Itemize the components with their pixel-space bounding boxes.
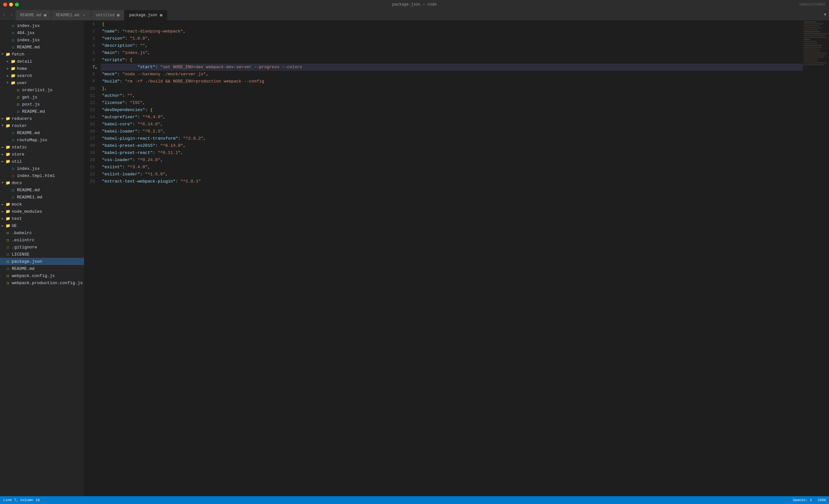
sidebar-item-index-util[interactable]: ◻ index.jsx (0, 165, 84, 172)
folder-icon-docs: 📁 (5, 180, 10, 185)
sidebar-item-readme-docs[interactable]: ◻ README.md (0, 186, 84, 193)
folder-icon-ue: 📁 (5, 223, 10, 228)
svg-rect-22 (804, 61, 817, 61)
file-icon-js: ◻ (5, 280, 10, 285)
arrow-spacer (10, 95, 15, 100)
svg-rect-6 (804, 31, 820, 32)
code-line-13: "devDependencies": { (101, 107, 803, 114)
sidebar-item-readme-user[interactable]: ◻ README.md (0, 108, 84, 115)
sidebar-item-label: webpack.config.js (12, 274, 55, 278)
sidebar-item-detail[interactable]: ▶ 📁 detail (0, 58, 84, 65)
sidebar-item-fetch[interactable]: ▶ 📁 fetch (0, 51, 84, 58)
code-line-20: "css-loader": "^0.24.0", (101, 156, 803, 164)
file-icon-gitignore: ◻ (5, 245, 10, 250)
sidebar-item-webpack-config[interactable]: ◻ webpack.config.js (0, 272, 84, 279)
svg-rect-8 (804, 33, 828, 34)
arrow-spacer (10, 102, 15, 107)
sidebar-item-eslintrc[interactable]: ◻ .eslintrc (0, 237, 84, 244)
file-icon-js: ◻ (5, 273, 10, 278)
folder-icon-router: 📁 (5, 123, 10, 128)
svg-rect-17 (804, 51, 820, 51)
code-line-12: "license": "ISC", (101, 99, 803, 107)
code-content[interactable]: { "name": "react-dianping-webpack", "ver… (101, 21, 803, 496)
arrow-spacer (0, 238, 5, 243)
sidebar-item-package-json[interactable]: ◻ package.json (0, 258, 84, 265)
sidebar-item-mock[interactable]: ▶ 📁 mock (0, 201, 84, 208)
code-line-14: "autoprefixer": "^6.4.0", (101, 114, 803, 121)
sidebar-item-label: 404.jsx (17, 31, 35, 35)
line-num-15: 15 (84, 121, 98, 128)
sidebar-item-gitignore[interactable]: ◻ .gitignore (0, 244, 84, 251)
sidebar-item-tmpl[interactable]: ◻ index.tmpl.html (0, 172, 84, 179)
tab-readme-label: README.md (20, 13, 41, 17)
sidebar-item-static[interactable]: ▶ 📁 static (0, 144, 84, 151)
sidebar-item-readme1-docs[interactable]: ◻ README1.md (0, 193, 84, 201)
tab-dropdown-button[interactable]: ▼ (821, 9, 829, 21)
code-line-7: » "start": "set NODE_ENV=dev webpack-dev… (101, 64, 803, 71)
file-icon-jsx: ◻ (10, 23, 15, 28)
sidebar-item-index-jsx-top[interactable]: ◻ index.jsx (0, 22, 84, 29)
sidebar-item-store[interactable]: ▶ 📁 store (0, 151, 84, 158)
titlebar: package.json — code UNREGISTERED (0, 0, 829, 9)
folder-arrow-home: ▶ (5, 66, 10, 71)
sidebar-item-router[interactable]: ▶ 📁 router (0, 122, 84, 129)
arrow-spacer (10, 87, 15, 93)
sidebar-item-readme-top[interactable]: ◻ README.md (0, 43, 84, 51)
tab-untitled[interactable]: untitled (91, 10, 125, 21)
line-num-14: 14 (84, 114, 98, 121)
svg-rect-2 (804, 23, 823, 24)
sidebar-item-orderlist[interactable]: ◻ orderlist.js (0, 86, 84, 94)
sidebar-item-label: docs (12, 181, 22, 185)
window-controls (3, 3, 19, 6)
sidebar-item-readme-router[interactable]: ◻ README.md (0, 129, 84, 136)
arrow-spacer (0, 259, 5, 264)
editor[interactable]: 1 2 3 4 5 6 7 8 9 10 11 12 13 14 15 16 1… (84, 21, 829, 496)
tab-readme[interactable]: README.md (15, 10, 51, 21)
sidebar-item-util[interactable]: ▶ 📁 util (0, 158, 84, 165)
sidebar-item-reducers[interactable]: ▶ 📁 reducers (0, 115, 84, 122)
svg-rect-16 (804, 49, 821, 50)
maximize-button[interactable] (15, 3, 19, 6)
code-line-11: "author": "", (101, 92, 803, 99)
arrow-spacer (5, 30, 10, 35)
minimize-button[interactable] (9, 3, 13, 6)
sidebar-item-test[interactable]: ▶ 📁 test (0, 215, 84, 222)
sidebar-item-post[interactable]: ◻ post.js (0, 101, 84, 108)
sidebar-item-label: README1.md (17, 195, 42, 200)
tab-packagejson[interactable]: package.json (124, 10, 167, 21)
tab-readme1[interactable]: README1.md ✕ (51, 10, 91, 21)
sidebar-item-label: test (12, 216, 22, 221)
close-button[interactable] (3, 3, 7, 6)
sidebar-item-user[interactable]: ▶ 📁 user (0, 79, 84, 86)
sidebar-item-ue[interactable]: ▶ 📁 UE (0, 222, 84, 229)
arrow-spacer (5, 187, 10, 192)
sidebar-item-docs[interactable]: ▶ 📁 docs (0, 179, 84, 186)
sidebar-item-license[interactable]: ◻ LICENSE (0, 251, 84, 258)
sidebar-item-node-modules[interactable]: ▶ 📁 node_modules (0, 208, 84, 215)
line-num-8: 8 (84, 71, 98, 78)
sidebar-item-webpack-prod-config[interactable]: ◻ webpack.production.config.js (0, 279, 84, 286)
sidebar-item-babelrc[interactable]: ◻ .babelrc (0, 229, 84, 237)
folder-icon-detail: 📁 (10, 59, 15, 64)
arrow-spacer (5, 166, 10, 171)
sidebar-item-label: util (12, 159, 22, 164)
sidebar-item-index-jsx[interactable]: ◻ index.jsx (0, 36, 84, 43)
folder-icon-test: 📁 (5, 216, 10, 221)
sidebar-item-home[interactable]: ▶ 📁 home (0, 65, 84, 72)
editor-scroll-area[interactable]: 1 2 3 4 5 6 7 8 9 10 11 12 13 14 15 16 1… (84, 21, 829, 496)
svg-rect-5 (804, 29, 818, 30)
tab-next-button[interactable]: › (8, 9, 15, 21)
sidebar-item-label: README.md (17, 131, 40, 135)
file-icon-js: ◻ (15, 95, 21, 100)
tab-readme1-close[interactable]: ✕ (82, 13, 86, 17)
line-num-10: 10 (84, 85, 98, 92)
line-num-1: 1 (84, 21, 98, 28)
sidebar-item-search[interactable]: ▶ 📁 search (0, 72, 84, 79)
sidebar-item-routemap[interactable]: ◻ routeMap.jsx (0, 136, 84, 144)
file-icon-babelrc: ◻ (5, 230, 10, 236)
line-num-19: 19 (84, 149, 98, 156)
sidebar-item-get[interactable]: ◻ get.js (0, 94, 84, 101)
sidebar-item-readme-root[interactable]: ◻ README.md (0, 265, 84, 272)
tab-prev-button[interactable]: ‹ (0, 9, 8, 21)
sidebar-item-404[interactable]: ◻ 404.jsx (0, 29, 84, 36)
